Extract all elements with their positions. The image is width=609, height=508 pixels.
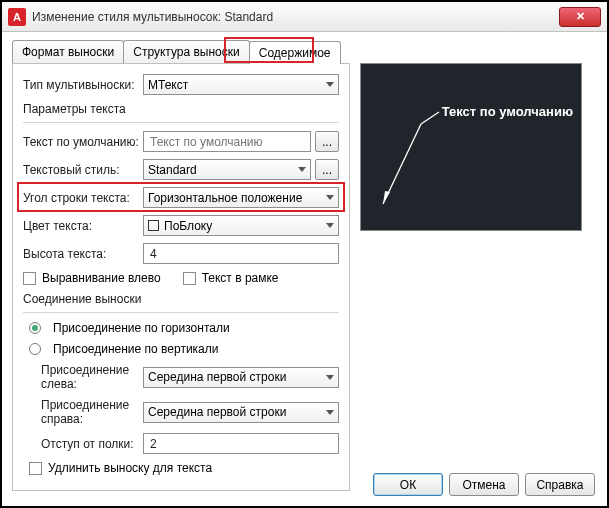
connection-vertical-radio[interactable]: Присоединение по вертикали	[29, 342, 219, 356]
radio-icon	[29, 343, 41, 355]
connection-horizontal-radio[interactable]: Присоединение по горизонтали	[29, 321, 230, 335]
section-leader-connection: Соединение выноски	[23, 292, 339, 306]
tab-content[interactable]: Содержимое	[249, 41, 341, 64]
help-button[interactable]: Справка	[525, 473, 595, 496]
conn-left-select[interactable]: Середина первой строки	[143, 367, 339, 388]
checkbox-icon	[23, 272, 36, 285]
default-text-label: Текст по умолчанию:	[23, 135, 143, 149]
landing-gap-input-wrap	[143, 433, 339, 454]
tab-leader-structure[interactable]: Структура выноски	[123, 40, 250, 63]
landing-gap-label: Отступ от полки:	[41, 437, 143, 451]
mleader-type-select[interactable]: МТекст	[143, 74, 339, 95]
text-style-browse-button[interactable]: ...	[315, 159, 339, 180]
default-text-input-wrap	[143, 131, 311, 152]
frame-text-label: Текст в рамке	[202, 271, 279, 285]
chevron-down-icon	[326, 410, 334, 415]
ellipsis-icon: ...	[322, 163, 332, 177]
chevron-down-icon	[326, 223, 334, 228]
conn-right-value: Середина первой строки	[148, 405, 286, 419]
text-color-value: ПоБлоку	[164, 219, 212, 233]
cancel-button[interactable]: Отмена	[449, 473, 519, 496]
conn-right-label: Присоединение справа:	[41, 398, 143, 426]
tab-leader-format[interactable]: Формат выноски	[12, 40, 124, 63]
checkbox-icon	[29, 462, 42, 475]
chevron-down-icon	[298, 167, 306, 172]
text-angle-select[interactable]: Горизонтальное положение	[143, 187, 339, 208]
chevron-down-icon	[326, 195, 334, 200]
mleader-type-label: Тип мультивыноски:	[23, 78, 143, 92]
default-text-input[interactable]	[148, 134, 306, 150]
text-style-label: Текстовый стиль:	[23, 163, 143, 177]
conn-left-label: Присоединение слева:	[41, 363, 143, 391]
titlebar: A Изменение стиля мультивыносок: Standar…	[2, 2, 607, 32]
color-swatch-icon	[148, 220, 159, 231]
options-panel: Тип мультивыноски: МТекст Параметры текс…	[12, 63, 350, 491]
ok-button[interactable]: ОК	[373, 473, 443, 496]
divider	[23, 122, 339, 123]
preview-pane: Текст по умолчанию	[360, 63, 582, 231]
conn-h-label: Присоединение по горизонтали	[53, 321, 230, 335]
divider	[23, 312, 339, 313]
close-button[interactable]: ✕	[559, 7, 601, 27]
text-height-input[interactable]	[148, 246, 334, 262]
svg-line-1	[421, 112, 439, 124]
mleader-type-value: МТекст	[148, 78, 188, 92]
default-text-browse-button[interactable]: ...	[315, 131, 339, 152]
text-style-value: Standard	[148, 163, 197, 177]
checkbox-icon	[183, 272, 196, 285]
window-title: Изменение стиля мультивыносок: Standard	[32, 10, 559, 24]
chevron-down-icon	[326, 375, 334, 380]
conn-left-value: Середина первой строки	[148, 370, 286, 384]
text-height-input-wrap	[143, 243, 339, 264]
close-icon: ✕	[576, 10, 585, 23]
leader-preview-icon	[361, 64, 583, 232]
align-left-label: Выравнивание влево	[42, 271, 161, 285]
text-color-label: Цвет текста:	[23, 219, 143, 233]
dialog-window: A Изменение стиля мультивыносок: Standar…	[0, 0, 609, 508]
text-height-label: Высота текста:	[23, 247, 143, 261]
app-icon: A	[8, 8, 26, 26]
chevron-down-icon	[326, 82, 334, 87]
extend-leader-label: Удлинить выноску для текста	[48, 461, 212, 475]
section-text-options: Параметры текста	[23, 102, 339, 116]
frame-text-checkbox[interactable]: Текст в рамке	[183, 271, 279, 285]
svg-marker-2	[383, 191, 390, 204]
radio-icon	[29, 322, 41, 334]
tab-strip: Формат выноски Структура выноски Содержи…	[12, 40, 597, 63]
ellipsis-icon: ...	[322, 135, 332, 149]
text-color-select[interactable]: ПоБлоку	[143, 215, 339, 236]
dialog-buttons: ОК Отмена Справка	[373, 473, 595, 496]
conn-v-label: Присоединение по вертикали	[53, 342, 219, 356]
text-angle-value: Горизонтальное положение	[148, 191, 302, 205]
text-angle-label: Угол строки текста:	[23, 191, 143, 205]
preview-default-text: Текст по умолчанию	[442, 104, 573, 119]
extend-leader-checkbox[interactable]: Удлинить выноску для текста	[29, 461, 212, 475]
conn-right-select[interactable]: Середина первой строки	[143, 402, 339, 423]
text-style-select[interactable]: Standard	[143, 159, 311, 180]
landing-gap-input[interactable]	[148, 436, 334, 452]
align-left-checkbox[interactable]: Выравнивание влево	[23, 271, 161, 285]
